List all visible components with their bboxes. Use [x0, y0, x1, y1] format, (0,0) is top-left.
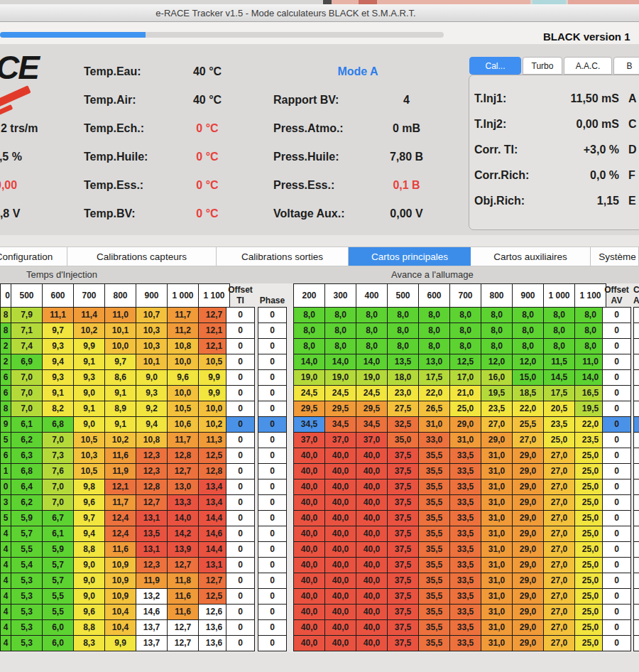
offset-av-cell[interactable]: 0	[603, 448, 631, 464]
map-cell[interactable]: 27,0	[544, 573, 575, 589]
map-cell[interactable]: 5,5	[43, 605, 74, 620]
map-cell[interactable]: 8,0	[450, 323, 481, 339]
map-cell[interactable]: 8,0	[544, 308, 575, 323]
map-cell[interactable]: 33,5	[450, 589, 481, 605]
right-cut-cell[interactable]	[634, 448, 639, 464]
offset-ti-cell[interactable]: 0	[226, 605, 255, 620]
offset-av-cell[interactable]: 0	[603, 558, 631, 573]
map-cell[interactable]: 27,0	[481, 417, 513, 433]
map-cell-cut[interactable]: 4	[1, 589, 11, 605]
tab-syst-me[interactable]: Système	[591, 247, 639, 266]
right-cut-cell[interactable]	[634, 605, 639, 620]
map-cell[interactable]: 40,0	[356, 448, 388, 464]
map-cell[interactable]: 14,6	[199, 526, 230, 542]
map-cell[interactable]: 8,6	[105, 370, 136, 386]
map-cell[interactable]: 12,7	[199, 308, 230, 323]
map-cell[interactable]: 27,0	[544, 542, 575, 558]
map-cell[interactable]: 13,7	[136, 620, 168, 636]
map-cell[interactable]: 9,9	[74, 339, 105, 354]
map-cell[interactable]: 10,2	[105, 433, 136, 448]
map-cell[interactable]: 37,5	[388, 542, 419, 558]
map-cell[interactable]: 5,5	[43, 589, 74, 605]
map-cell[interactable]: 8,0	[325, 323, 356, 339]
map-cell[interactable]: 32,5	[388, 417, 419, 433]
right-cut-cell[interactable]	[634, 542, 639, 558]
map-cell[interactable]: 8,0	[481, 323, 513, 339]
map-cell[interactable]: 40,0	[356, 558, 388, 573]
phase-cell[interactable]: 0	[258, 479, 287, 495]
map-cell[interactable]: 25,0	[575, 542, 606, 558]
map-cell-cut[interactable]: 2	[1, 339, 11, 354]
map-cell[interactable]: 10,4	[105, 605, 136, 620]
phase-cell[interactable]: 0	[258, 339, 287, 354]
map-cell[interactable]: 29,0	[481, 433, 513, 448]
map-cell[interactable]: 13,1	[199, 558, 230, 573]
offset-av-cell[interactable]: 0	[603, 605, 631, 620]
map-cell[interactable]: 40,0	[325, 464, 356, 479]
map-cell[interactable]: 10,2	[74, 323, 105, 339]
map-cell-cut[interactable]: 4	[1, 636, 11, 651]
map-cell[interactable]: 37,5	[388, 511, 419, 526]
right-cut-cell[interactable]	[634, 354, 639, 370]
offset-ti-cell[interactable]: 0	[226, 589, 255, 605]
map-cell[interactable]: 25,0	[544, 433, 575, 448]
map-cell[interactable]: 5,3	[11, 636, 43, 651]
map-cell[interactable]: 8,0	[294, 339, 325, 354]
map-cell[interactable]: 31,0	[481, 479, 513, 495]
map-cell[interactable]: 37,0	[294, 433, 325, 448]
map-cell[interactable]: 34,5	[294, 417, 325, 433]
map-cell[interactable]: 10,3	[74, 448, 105, 464]
map-cell[interactable]: 14,0	[168, 511, 199, 526]
map-cell[interactable]: 9,0	[74, 573, 105, 589]
map-cell[interactable]: 5,3	[11, 605, 43, 620]
map-cell[interactable]: 40,0	[325, 558, 356, 573]
map-cell[interactable]: 37,5	[388, 448, 419, 464]
offset-av-cell[interactable]: 0	[603, 417, 631, 433]
tab-cartos-principales[interactable]: Cartos principales	[349, 247, 471, 266]
map-cell[interactable]: 33,5	[450, 511, 481, 526]
map-cell[interactable]: 40,0	[325, 636, 356, 651]
map-cell[interactable]: 40,0	[325, 542, 356, 558]
map-cell[interactable]: 13,9	[168, 542, 199, 558]
map-cell[interactable]: 6,1	[43, 526, 74, 542]
map-cell[interactable]: 35,5	[419, 464, 450, 479]
map-cell[interactable]: 17,5	[544, 386, 575, 401]
map-cell[interactable]: 31,0	[481, 558, 513, 573]
right-cut-cell[interactable]	[634, 526, 639, 542]
map-cell[interactable]: 40,0	[356, 479, 388, 495]
map-cell[interactable]: 9,7	[43, 323, 74, 339]
map-cell[interactable]: 9,3	[43, 370, 74, 386]
map-cell[interactable]: 25,0	[575, 558, 606, 573]
map-cell[interactable]: 5,7	[43, 573, 74, 589]
map-cell[interactable]: 33,0	[419, 433, 450, 448]
map-cell[interactable]: 8,0	[294, 323, 325, 339]
offset-ti-cell[interactable]: 0	[226, 417, 255, 433]
right-cut-cell[interactable]	[634, 386, 639, 401]
offset-av-cell[interactable]: 0	[603, 323, 631, 339]
map-cell[interactable]: 40,0	[356, 636, 388, 651]
map-cell-cut[interactable]: 1	[1, 464, 11, 479]
map-cell[interactable]: 13,5	[136, 526, 168, 542]
map-cell[interactable]: 31,0	[419, 417, 450, 433]
map-cell[interactable]: 10,8	[136, 433, 168, 448]
map-cell[interactable]: 14,0	[575, 370, 606, 386]
map-cell[interactable]: 12,1	[199, 339, 230, 354]
map-cell[interactable]: 8,0	[544, 339, 575, 354]
map-cell[interactable]: 13,6	[199, 620, 230, 636]
map-cell[interactable]: 27,0	[544, 636, 575, 651]
rpm-header-cell[interactable]: 200	[294, 284, 325, 308]
map-cell[interactable]: 27,0	[544, 448, 575, 464]
map-cell[interactable]: 9,1	[105, 417, 136, 433]
tab-cartos-auxiliaires[interactable]: Cartos auxiliaires	[471, 247, 591, 266]
map-cell[interactable]: 10,9	[105, 589, 136, 605]
map-cell[interactable]: 33,5	[450, 479, 481, 495]
map-cell[interactable]: 40,0	[325, 526, 356, 542]
map-cell[interactable]: 11,1	[43, 308, 74, 323]
map-cell[interactable]: 35,5	[419, 542, 450, 558]
map-cell[interactable]: 40,0	[356, 620, 388, 636]
map-cell[interactable]: 9,9	[105, 636, 136, 651]
map-cell[interactable]: 37,5	[388, 464, 419, 479]
map-cell[interactable]: 40,0	[294, 526, 325, 542]
map-cell-cut[interactable]: 4	[1, 558, 11, 573]
map-cell[interactable]: 10,4	[105, 620, 136, 636]
